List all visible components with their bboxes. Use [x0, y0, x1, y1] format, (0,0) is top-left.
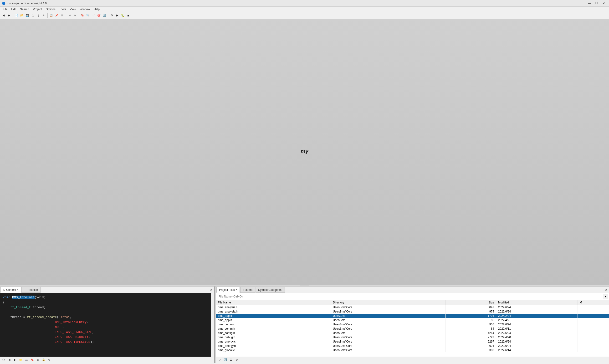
- search-button[interactable]: 🔍: [85, 13, 91, 18]
- code-line-4: [3, 310, 208, 315]
- left-panel-scrollbar[interactable]: [211, 293, 214, 357]
- lbt-btn8[interactable]: 🔒: [41, 357, 46, 363]
- find-ref-button[interactable]: 🎯: [96, 13, 102, 18]
- right-panel-close-button[interactable]: ×: [604, 287, 609, 292]
- lbt-btn6[interactable]: 🔖: [30, 357, 35, 363]
- close-button[interactable]: ✕: [600, 1, 607, 6]
- undo-button[interactable]: ↩: [67, 13, 72, 18]
- preview-button[interactable]: 👁: [41, 13, 47, 18]
- menu-item-search[interactable]: Search: [18, 7, 31, 12]
- table-row[interactable]: bms_comm.h User\Bms\Core 84 2022/6/11: [216, 326, 609, 331]
- left-panel: ⬡ Context × — Relation × void BMS_InfoIn…: [0, 286, 215, 363]
- rbt-btn4[interactable]: ⚙: [234, 357, 239, 363]
- print-button[interactable]: 🖨: [36, 13, 41, 18]
- run-button[interactable]: ▶: [115, 13, 120, 18]
- table-row[interactable]: bms_app.h User\Bms 85 2022/4/2: [216, 318, 609, 322]
- rbt-btn2[interactable]: 🔄: [223, 357, 228, 363]
- right-panel: Project Files × Folders Symbol Categorie…: [216, 286, 609, 363]
- cell-m: [578, 335, 609, 339]
- cell-size: 9297: [445, 339, 496, 344]
- col-size: Size: [445, 300, 496, 305]
- context-tab-close[interactable]: ×: [17, 288, 18, 291]
- file-search-bar: ▾: [216, 293, 609, 300]
- menu-item-project[interactable]: Project: [31, 7, 44, 12]
- app-icon: 🔵: [2, 2, 5, 5]
- tab-symbol-categories[interactable]: Symbol Categories: [256, 287, 285, 293]
- table-row[interactable]: bms_analysis.c User\Bms\Core 8042 2022/6…: [216, 305, 609, 310]
- minimize-button[interactable]: —: [586, 1, 593, 6]
- nav-back-button[interactable]: ◀: [1, 13, 6, 18]
- tab-context[interactable]: ⬡ Context ×: [0, 287, 21, 293]
- left-panel-close-button[interactable]: ×: [209, 287, 214, 292]
- table-row[interactable]: bms_global.c User\Bms\Core 303 2022/6/14: [216, 348, 609, 352]
- lbt-btn2[interactable]: ◀: [7, 357, 12, 363]
- code-line-9: INFO_TASK_PRIORITY,: [3, 335, 208, 340]
- table-row[interactable]: bms_energy.c User\Bms\Core 9297 2022/6/2…: [216, 339, 609, 344]
- cell-filename: bms_app.h: [216, 318, 331, 322]
- redo-button[interactable]: ↪: [72, 13, 78, 18]
- cell-filename: bms_debug.h: [216, 335, 331, 339]
- save-button[interactable]: 💾: [25, 13, 30, 18]
- maximize-button[interactable]: ❐: [593, 1, 600, 6]
- rbt-btn3[interactable]: ☰: [228, 357, 233, 363]
- menu-item-tools[interactable]: Tools: [57, 7, 68, 12]
- lbt-btn5[interactable]: 📖: [24, 357, 29, 363]
- code-line-1: void BMS_InfoInit(void): [3, 295, 208, 300]
- stop-button[interactable]: ⏹: [126, 13, 131, 18]
- cell-directory: User\Bms\Core: [331, 322, 445, 326]
- sync-button[interactable]: 🔄: [102, 13, 107, 18]
- cell-directory: User\Bms\Core: [331, 344, 445, 348]
- table-row[interactable]: bms_debug.h User\Bms\Core 2723 2022/4/20: [216, 335, 609, 339]
- bookmark-button[interactable]: 🔖: [80, 13, 85, 18]
- table-row[interactable]: bms_app.c User\Bms 1794 2024/2/24: [216, 314, 609, 318]
- context-tab-label: Context: [6, 288, 16, 292]
- table-row[interactable]: bms_config.h User\Bms 4214 2022/6/24: [216, 331, 609, 335]
- replace-button[interactable]: ⇄: [91, 13, 96, 18]
- cell-directory: User\Bms\Core: [331, 326, 445, 331]
- new-file-button[interactable]: 📄: [14, 13, 19, 18]
- cell-modified: 2022/6/24: [496, 344, 578, 348]
- copy-file-button[interactable]: 📋: [49, 13, 54, 18]
- table-row[interactable]: bms_analysis.h User\Bms\Core 974 2022/6/…: [216, 309, 609, 314]
- cell-m: [578, 331, 609, 335]
- cell-modified: 2022/6/11: [496, 326, 578, 331]
- lbt-btn3[interactable]: ▶: [13, 357, 18, 363]
- save-all-button[interactable]: 🗂: [30, 13, 36, 18]
- menu-item-view[interactable]: View: [68, 7, 78, 12]
- cell-filename: bms_global.c: [216, 348, 331, 352]
- table-row[interactable]: bms_energy.h User\Bms\Core 624 2022/6/24: [216, 344, 609, 348]
- tab-relation[interactable]: — Relation: [21, 287, 40, 293]
- cell-filename: bms_comm.h: [216, 326, 331, 331]
- tab-folders[interactable]: Folders: [240, 287, 255, 293]
- open-button[interactable]: 📂: [19, 13, 25, 18]
- file-search-dropdown[interactable]: ▾: [603, 294, 608, 299]
- rbt-btn1[interactable]: ↺: [217, 357, 222, 363]
- menu-item-help[interactable]: Help: [92, 7, 102, 12]
- cell-modified: 2024/2/24: [496, 314, 578, 318]
- menu-item-window[interactable]: Window: [78, 7, 92, 12]
- menu-item-file[interactable]: File: [1, 7, 9, 12]
- editor-area[interactable]: my: [0, 19, 609, 285]
- cell-modified: 2022/6/24: [496, 305, 578, 310]
- build-button[interactable]: ⚙: [109, 13, 114, 18]
- paste-file-button[interactable]: 📌: [54, 13, 59, 18]
- lbt-btn1[interactable]: ⬡: [1, 357, 6, 363]
- menu-item-edit[interactable]: Edit: [9, 7, 18, 12]
- project-files-tab-close[interactable]: ×: [236, 288, 237, 291]
- code-area[interactable]: void BMS_InfoInit(void) { rt_thread_t th…: [0, 293, 211, 357]
- cell-directory: User\Bms\Core: [331, 348, 445, 352]
- nav-forward-button[interactable]: ▶: [6, 13, 12, 18]
- tab-project-files[interactable]: Project Files ×: [216, 287, 240, 293]
- lbt-btn4[interactable]: 📁: [18, 357, 23, 363]
- toolbar: ◀ ▶ 📄 📂 💾 🗂 🖨 👁 📋 📌 ⚖ ↩ ↪ 🔖 🔍 ⇄ 🎯 🔄 ⚙ ▶ …: [0, 12, 609, 19]
- lbt-btn9[interactable]: ⚙: [47, 357, 52, 363]
- table-row[interactable]: bms_comm.c User\Bms\Core 955 2022/6/24: [216, 322, 609, 326]
- menu-item-options[interactable]: Options: [44, 7, 57, 12]
- cell-modified: 2022/4/20: [496, 335, 578, 339]
- lbt-btn7[interactable]: ≡: [35, 357, 40, 363]
- debug-button[interactable]: 🐛: [120, 13, 125, 18]
- status-bar: CRLF INS: [0, 363, 609, 364]
- diff-button[interactable]: ⚖: [60, 13, 65, 18]
- left-panel-tabs: ⬡ Context × — Relation ×: [0, 286, 214, 293]
- file-search-input[interactable]: [217, 294, 603, 299]
